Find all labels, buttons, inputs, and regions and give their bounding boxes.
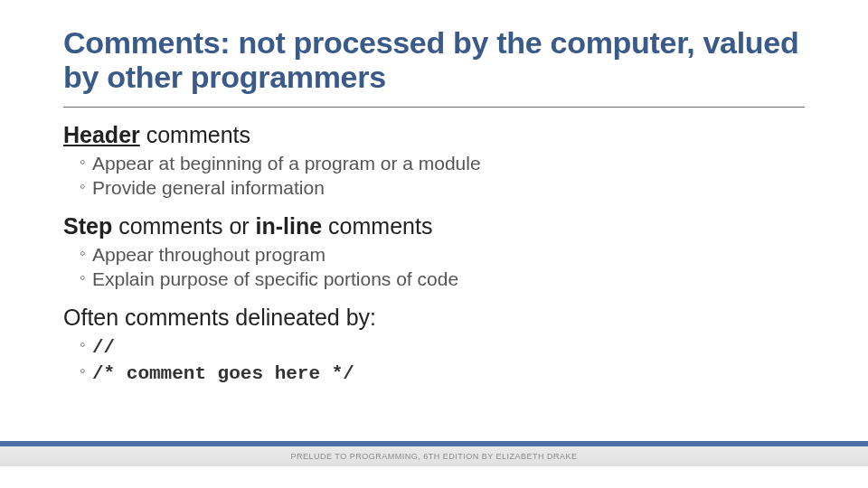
bullets-header: Appear at beginning of a program or a mo… [80, 152, 805, 201]
code-slashes: // [92, 337, 115, 358]
list-item: Appear throughout program [80, 243, 805, 267]
code-block-comment: /* comment goes here */ [92, 363, 354, 384]
section-delineated: Often comments delineated by: [63, 305, 805, 331]
header-strong: Header [63, 122, 140, 147]
title-divider [63, 107, 805, 108]
section-step-comments: Step comments or in-line comments [63, 213, 805, 239]
step-b1: Step [63, 213, 112, 239]
list-item: Appear at beginning of a program or a mo… [80, 152, 805, 176]
slide-title: Comments: not processed by the computer,… [63, 25, 805, 94]
step-t2: comments [322, 213, 432, 239]
bullets-step: Appear throughout program Explain purpos… [80, 243, 805, 292]
section-header-comments: Header comments [63, 122, 805, 148]
step-b2: in-line [256, 213, 323, 239]
footer-text: PRELUDE TO PROGRAMMING, 6TH EDITION BY E… [290, 452, 577, 461]
header-rest: comments [140, 122, 250, 147]
list-item: Explain purpose of specific portions of … [80, 267, 805, 292]
step-t1: comments or [112, 213, 255, 239]
list-item: // [80, 334, 805, 361]
list-item: /* comment goes here */ [80, 361, 805, 387]
slide: Comments: not processed by the computer,… [0, 0, 868, 488]
footer-bar: PRELUDE TO PROGRAMMING, 6TH EDITION BY E… [0, 441, 868, 466]
bullets-code: // /* comment goes here */ [80, 334, 805, 387]
list-item: Provide general information [80, 176, 805, 201]
